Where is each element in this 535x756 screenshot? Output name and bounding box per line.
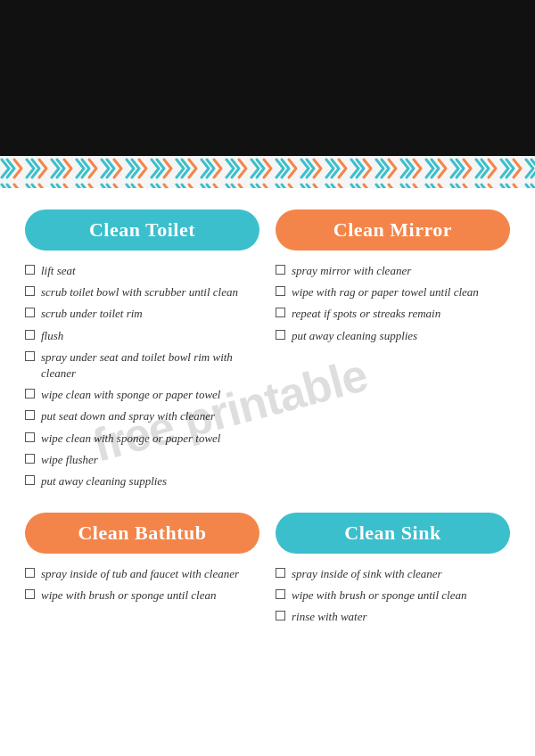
clean-toilet-title: Clean Toilet bbox=[25, 210, 259, 251]
list-item: scrub under toilet rim bbox=[25, 306, 259, 322]
checkbox[interactable] bbox=[25, 351, 35, 361]
clean-toilet-list: lift seat scrub toilet bowl with scrubbe… bbox=[25, 263, 259, 495]
top-black-bar bbox=[0, 0, 535, 156]
checkbox[interactable] bbox=[25, 568, 35, 578]
content-area: Clean Toilet lift seat scrub toilet bowl… bbox=[0, 188, 535, 653]
list-item: wipe clean with sponge or paper towel bbox=[25, 431, 259, 447]
list-item: put seat down and spray with cleaner bbox=[25, 408, 259, 424]
clean-mirror-list: spray mirror with cleaner wipe with rag … bbox=[276, 263, 510, 349]
clean-bathtub-title: Clean Bathtub bbox=[25, 513, 259, 554]
checkbox[interactable] bbox=[276, 568, 285, 578]
list-item: flush bbox=[25, 328, 259, 344]
checkbox[interactable] bbox=[276, 308, 285, 317]
list-item: lift seat bbox=[25, 263, 259, 279]
checkbox[interactable] bbox=[25, 330, 35, 340]
chevron-bar bbox=[0, 156, 535, 188]
section-clean-mirror: Clean Mirror spray mirror with cleaner w… bbox=[276, 210, 510, 495]
list-item: put away cleaning supplies bbox=[25, 473, 259, 489]
checkbox[interactable] bbox=[25, 265, 35, 275]
list-item: scrub toilet bowl with scrubber until cl… bbox=[25, 284, 259, 300]
checkbox[interactable] bbox=[25, 454, 35, 464]
checkbox[interactable] bbox=[25, 389, 35, 399]
checkbox[interactable] bbox=[276, 611, 285, 620]
list-item: spray inside of sink with cleaner bbox=[276, 566, 510, 582]
checkbox[interactable] bbox=[25, 432, 35, 442]
checkbox[interactable] bbox=[276, 589, 285, 599]
clean-sink-title: Clean Sink bbox=[276, 513, 510, 554]
checkbox[interactable] bbox=[25, 410, 35, 420]
svg-rect-0 bbox=[0, 156, 535, 188]
section-clean-toilet: Clean Toilet lift seat scrub toilet bowl… bbox=[25, 210, 259, 495]
list-item: put away cleaning supplies bbox=[276, 328, 510, 344]
clean-bathtub-list: spray inside of tub and faucet with clea… bbox=[25, 566, 259, 609]
checkbox[interactable] bbox=[276, 286, 285, 296]
checkbox[interactable] bbox=[276, 265, 285, 275]
list-item: repeat if spots or streaks remain bbox=[276, 306, 510, 322]
clean-sink-list: spray inside of sink with cleaner wipe w… bbox=[276, 566, 510, 631]
list-item: spray mirror with cleaner bbox=[276, 263, 510, 279]
list-item: wipe with brush or sponge until clean bbox=[25, 588, 259, 604]
list-item: spray inside of tub and faucet with clea… bbox=[25, 566, 259, 582]
list-item: rinse with water bbox=[276, 609, 510, 625]
list-item: wipe with rag or paper towel until clean bbox=[276, 284, 510, 300]
list-item: wipe flusher bbox=[25, 452, 259, 468]
list-item: wipe with brush or sponge until clean bbox=[276, 588, 510, 604]
checkbox[interactable] bbox=[276, 330, 285, 340]
sections-grid: Clean Toilet lift seat scrub toilet bowl… bbox=[25, 210, 510, 631]
checkbox[interactable] bbox=[25, 589, 35, 599]
checkbox[interactable] bbox=[25, 475, 35, 485]
clean-mirror-title: Clean Mirror bbox=[276, 210, 510, 251]
section-clean-bathtub: Clean Bathtub spray inside of tub and fa… bbox=[25, 513, 259, 631]
list-item: wipe clean with sponge or paper towel bbox=[25, 387, 259, 403]
checkbox[interactable] bbox=[25, 308, 35, 317]
list-item: spray under seat and toilet bowl rim wit… bbox=[25, 349, 259, 382]
section-clean-sink: Clean Sink spray inside of sink with cle… bbox=[276, 513, 510, 631]
checkbox[interactable] bbox=[25, 286, 35, 296]
